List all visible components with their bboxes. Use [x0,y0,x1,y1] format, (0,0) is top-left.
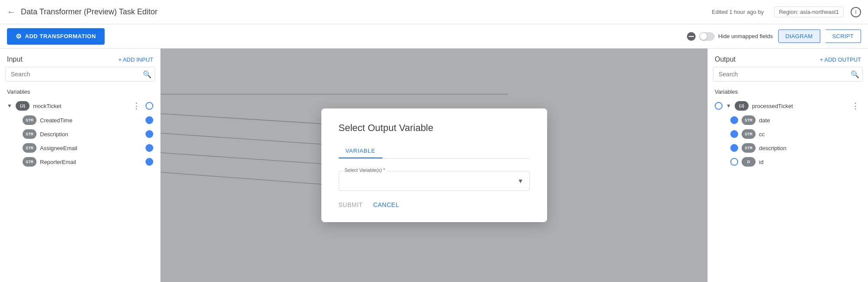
input-sub-item-createdtime: STR CreatedTime [0,113,160,127]
output-sub-3-connector[interactable] [730,158,738,166]
modal-actions: SUBMIT CANCEL [339,201,530,208]
output-sub-3-name: id [759,159,861,165]
right-controls: Hide unmapped fields DIAGRAM SCRIPT [687,30,861,43]
diagram-button[interactable]: DIAGRAM [778,30,820,43]
output-sub-2-type-badge: STR [742,143,756,153]
input-sub-item-reporteremail: STR ReporterEmail [0,155,160,169]
add-transformation-button[interactable]: ⚙ ADD TRANSFORMATION [7,28,105,45]
input-sub-2-name: AssigneeEmail [40,145,142,151]
hide-unmapped-toggle-container: Hide unmapped fields [687,32,773,41]
edited-label: Edited 1 hour ago by [712,9,764,15]
output-variables-label: Variables [708,85,868,98]
output-search-box: 🔍 [713,67,863,82]
toggle-minus-icon [687,32,696,41]
input-sub-item-description: STR Description [0,127,160,141]
input-sub-3-connector[interactable] [145,158,153,166]
add-transformation-label: ADD TRANSFORMATION [25,33,96,39]
output-root-var-name: processedTicket [752,103,848,109]
input-panel-title: Input [7,56,23,63]
input-root-more-icon[interactable]: ⋮ [132,101,140,111]
input-sub-1-name: Description [40,131,142,138]
center-canvas: Select Output Variable VARIABLE Select V… [161,49,707,282]
select-variable-field: Select Variable(s) * ▼ [339,171,530,191]
input-sub-item-assigneeemail: STR AssigneeEmail [0,141,160,155]
output-sub-3-type-badge: D [742,157,756,167]
toggle-thumb [700,33,707,40]
input-sub-2-type-badge: STR [23,143,36,153]
top-bar: ← Data Transformer (Preview) Task Editor… [0,0,868,24]
output-sub-1-connector[interactable] [730,130,738,138]
input-root-type-badge: {J} [16,101,30,111]
output-sub-item-cc: STR cc [708,127,868,141]
modal-tab-variable[interactable]: VARIABLE [339,144,383,158]
output-sub-item-id: D id [708,155,868,169]
back-button[interactable]: ← [7,7,16,17]
select-variable-dropdown[interactable] [339,171,530,191]
page-title: Data Transformer (Preview) Task Editor [21,7,712,16]
input-root-variable-item: ▼ {J} mockTicket ⋮ [0,98,160,113]
hide-unmapped-toggle[interactable] [699,32,715,41]
output-sub-2-name: description [759,145,861,151]
output-sub-1-name: cc [759,131,861,138]
input-sub-3-name: ReporterEmail [40,159,142,165]
region-label: Region: asia-northeast1 [774,7,844,17]
output-search-input[interactable] [713,67,863,82]
hide-unmapped-label: Hide unmapped fields [718,33,773,39]
output-sub-0-type-badge: STR [742,115,756,125]
output-sub-0-name: date [759,117,861,124]
input-sub-3-type-badge: STR [23,157,36,167]
output-sub-item-date: STR date [708,113,868,127]
output-panel-header: Output + ADD OUTPUT [708,49,868,67]
input-search-icon[interactable]: 🔍 [143,70,152,79]
submit-button[interactable]: SUBMIT [339,201,363,208]
gear-icon: ⚙ [16,33,22,40]
input-panel: Input + ADD INPUT 🔍 Variables ▼ {J} mock… [0,49,161,282]
input-sub-0-connector[interactable] [145,116,153,124]
output-root-connector[interactable] [715,102,723,110]
output-expand-arrow-icon[interactable]: ▼ [726,103,731,109]
input-sub-2-connector[interactable] [145,144,153,152]
back-icon: ← [7,7,16,17]
output-root-type-badge: {J} [735,101,749,111]
input-variables-label: Variables [0,85,160,98]
output-sub-1-type-badge: STR [742,129,756,139]
info-icon[interactable]: i [851,7,861,17]
output-sub-2-connector[interactable] [730,144,738,152]
input-root-var-name: mockTicket [33,103,129,109]
input-sub-0-name: CreatedTime [40,117,142,124]
svg-rect-0 [689,36,694,37]
output-sub-item-description: STR description [708,141,868,155]
output-search-icon[interactable]: 🔍 [851,70,859,79]
input-sub-1-connector[interactable] [145,130,153,138]
modal-dialog: Select Output Variable VARIABLE Select V… [321,108,547,222]
input-search-box: 🔍 [5,67,155,82]
second-bar: ⚙ ADD TRANSFORMATION Hide unmapped field… [0,24,868,49]
main-content: Input + ADD INPUT 🔍 Variables ▼ {J} mock… [0,49,868,282]
input-root-connector[interactable] [145,102,153,110]
output-panel: Output + ADD OUTPUT 🔍 Variables ▼ {J} pr… [707,49,868,282]
expand-arrow-icon[interactable]: ▼ [7,103,12,109]
output-panel-title: Output [715,56,736,63]
input-sub-0-type-badge: STR [23,115,36,125]
input-panel-header: Input + ADD INPUT [0,49,160,67]
select-variable-label: Select Variable(s) * [343,167,387,173]
modal-title: Select Output Variable [339,122,530,134]
input-sub-1-type-badge: STR [23,129,36,139]
add-output-button[interactable]: + ADD OUTPUT [820,56,861,63]
script-button[interactable]: SCRIPT [825,30,861,43]
input-search-input[interactable] [5,67,155,82]
output-root-variable-item: ▼ {J} processedTicket ⋮ [708,98,868,113]
modal-overlay: Select Output Variable VARIABLE Select V… [161,49,707,282]
add-input-button[interactable]: + ADD INPUT [118,56,153,63]
cancel-button[interactable]: CANCEL [373,201,399,208]
output-sub-0-connector[interactable] [730,116,738,124]
modal-tabs: VARIABLE [339,144,530,159]
output-root-more-icon[interactable]: ⋮ [851,101,859,111]
